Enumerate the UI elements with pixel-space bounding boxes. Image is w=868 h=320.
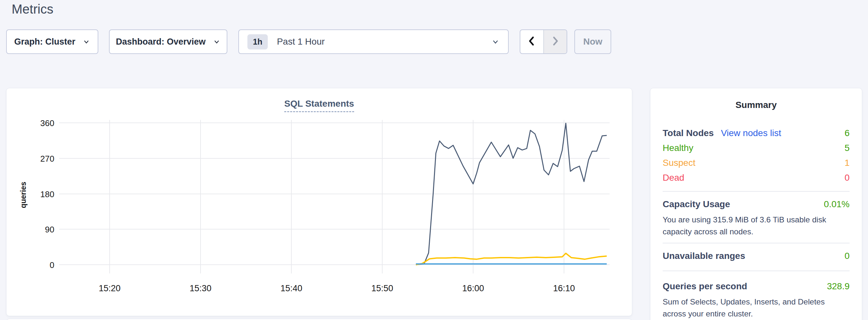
chevron-right-icon [550,36,561,48]
chevron-down-icon [213,38,221,45]
capacity-usage-value: 0.01% [824,199,849,210]
x-axis-tick-label: 16:10 [553,284,575,293]
y-axis-tick-label: 180 [40,189,54,199]
time-range-dropdown[interactable]: 1h Past 1 Hour [238,29,509,54]
dead-nodes-row: Dead 0 [663,170,849,185]
queries-per-second-row: Queries per second 328.9 [663,279,849,294]
y-axis-title: queries [19,182,28,208]
suspect-value: 1 [844,158,849,168]
healthy-nodes-row: Healthy 5 [663,140,849,156]
chevron-down-icon [83,38,90,45]
queries-per-second-label: Queries per second [663,281,747,292]
healthy-label: Healthy [663,143,693,153]
sql-statements-chart[interactable]: 09018027036015:2015:3015:4015:5016:0016:… [6,88,632,316]
dashboard-dropdown-label: Dashboard: Overview [116,37,206,47]
dead-value: 0 [844,172,849,183]
total-nodes-label: Total Nodes [663,128,714,138]
capacity-usage-row: Capacity Usage 0.01% [663,197,849,212]
x-axis-tick-label: 15:40 [280,284,302,293]
dead-label: Dead [663,172,684,183]
y-axis-tick-label: 0 [50,260,54,270]
time-range-badge: 1h [247,34,268,50]
total-nodes-row: Total Nodes View nodes list 6 [663,126,849,140]
total-nodes-value: 6 [844,128,849,138]
suspect-label: Suspect [663,158,695,168]
x-axis-tick-label: 15:30 [189,284,212,293]
view-nodes-list-link[interactable]: View nodes list [721,128,781,138]
y-axis-tick-label: 270 [40,154,54,164]
x-axis-tick-label: 16:00 [462,284,484,293]
capacity-usage-label: Capacity Usage [663,199,730,210]
summary-panel: Summary Total Nodes View nodes list 6 He… [650,88,862,320]
capacity-usage-description: You are using 315.9 MiB of 3.6 TiB usabl… [663,214,849,237]
divider [663,243,849,244]
divider [663,270,849,271]
next-time-button[interactable] [543,30,567,53]
chevron-left-icon [526,36,537,48]
suspect-nodes-row: Suspect 1 [663,156,849,170]
queries-per-second-description: Sum of Selects, Updates, Inserts, and De… [663,296,849,320]
unavailable-ranges-label: Unavailable ranges [663,251,745,261]
yellow-series [416,253,607,265]
dashboard-dropdown[interactable]: Dashboard: Overview [109,29,227,54]
unavailable-ranges-value: 0 [844,251,849,261]
previous-time-button[interactable] [520,30,543,53]
x-axis-tick-label: 15:50 [371,284,393,293]
divider [663,191,849,192]
summary-title: Summary [663,100,849,110]
time-nav-group [520,29,567,54]
healthy-value: 5 [844,143,849,153]
graph-dropdown-label: Graph: Cluster [14,37,75,47]
unavailable-ranges-row: Unavailable ranges 0 [663,249,849,263]
y-axis-tick-label: 360 [40,118,54,128]
now-button[interactable]: Now [575,29,611,54]
sql-statements-chart-card: SQL Statements 09018027036015:2015:3015:… [6,88,632,316]
graph-dropdown[interactable]: Graph: Cluster [6,29,98,54]
next-chart-card-edge [6,319,632,320]
page-title: Metrics [12,0,53,18]
queries-per-second-value: 328.9 [827,281,849,292]
time-range-label: Past 1 Hour [277,36,325,47]
x-axis-tick-label: 15:20 [99,284,121,293]
y-axis-tick-label: 90 [45,225,54,234]
chevron-down-icon [491,37,500,46]
